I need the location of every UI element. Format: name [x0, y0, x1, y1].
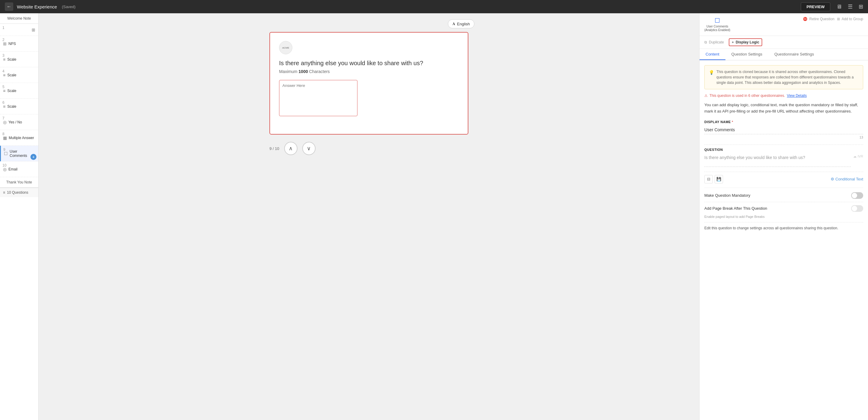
retire-icon: ⛔ — [803, 17, 807, 21]
display-name-label: DISPLAY NAME * — [704, 120, 863, 124]
nav-down-button[interactable]: ∨ — [302, 142, 315, 155]
panel-top-actions: ☐ User Comments(Analytics Enabled) ⛔ Ret… — [700, 13, 868, 36]
nav-bar: 9 / 10 ∧ ∨ — [270, 142, 468, 155]
thank-you-note-item[interactable]: Thank You Note — [0, 177, 38, 188]
page-break-toggle[interactable] — [851, 205, 863, 212]
footer-label: 10 Questions — [7, 190, 28, 195]
make-mandatory-toggle[interactable] — [851, 192, 863, 199]
share-icon[interactable]: ⊞ — [859, 3, 863, 10]
footer-icon: ≡ — [3, 190, 5, 195]
nav-count: 9 / 10 — [270, 146, 279, 151]
sidebar-item-nps[interactable]: 2 ⊞ NPS — [0, 36, 38, 52]
lang-label: English — [457, 22, 470, 26]
tab-questionnaire-settings[interactable]: Questionnaire Settings — [768, 49, 820, 60]
conditional-text-icon: ⚙ — [831, 177, 834, 181]
nav-up-button[interactable]: ∧ — [284, 142, 298, 155]
ivr-badge: ☁ IVR — [853, 155, 863, 159]
ivr-icon: ☁ — [853, 155, 857, 159]
canvas-area: 𝐀 English ACME Is there anything else yo… — [38, 13, 699, 420]
description-text: You can add display logic, conditional t… — [704, 102, 863, 115]
add-to-group-action[interactable]: ⊞ Add to Group — [837, 17, 863, 21]
sidebar-item-scale-3[interactable]: 3 ≡ Scale — [0, 52, 38, 67]
retire-question-action[interactable]: ⛔ Retire Question — [803, 17, 834, 21]
display-logic-icon: ⌖ — [732, 40, 734, 44]
tab-question-settings[interactable]: Question Settings — [725, 49, 769, 60]
language-button[interactable]: 𝐀 English — [448, 19, 474, 28]
widget-label: User Comments(Analytics Enabled) — [704, 25, 730, 32]
add-item-button[interactable]: + — [30, 154, 36, 160]
sidebar-item-email[interactable]: 10 ◎ Email — [0, 162, 38, 177]
view-details-link[interactable]: View Details — [787, 93, 807, 98]
saved-label: (Saved) — [62, 4, 76, 9]
edit-note: Edit this question to change settings ac… — [704, 225, 863, 231]
monitor-icon[interactable]: 🖥 — [836, 4, 842, 10]
sidebar-item-scale-4[interactable]: 4 ≡ Scale — [0, 67, 38, 83]
question-textarea[interactable]: Is there anything else you would like to… — [704, 153, 851, 167]
conditional-icons: ⊟ 💾 — [704, 175, 723, 184]
sidebar-item-multiple-answer[interactable]: 8 ▦ Multiple Answer — [0, 130, 38, 146]
welcome-note-item[interactable]: Welcome Note — [0, 13, 38, 24]
used-in-text: This question is used in 6 other questio… — [710, 93, 785, 98]
sidebar-item-scale-6[interactable]: 6 ≡ Scale — [0, 99, 38, 114]
user-comments-widget: ☐ User Comments(Analytics Enabled) — [704, 17, 730, 32]
cond-icon-2[interactable]: 💾 — [715, 175, 723, 184]
display-logic-action[interactable]: ⌖ Display Logic — [729, 38, 762, 46]
lang-icon: 𝐀 — [453, 22, 455, 26]
warning-icon: ⚠ — [704, 93, 708, 98]
question-label: QUESTION — [704, 148, 863, 151]
sidebar-item-scale-5[interactable]: 5 ≡ Scale — [0, 83, 38, 99]
duplicate-action[interactable]: ⧉ Duplicate — [704, 40, 724, 44]
conditional-text-row: ⊟ 💾 ⚙ Conditional Text — [704, 175, 863, 188]
panel-body: 💡 This question is cloned because it is … — [700, 60, 868, 420]
page-break-sub: Enable paged layout to add Page Breaks — [704, 215, 863, 219]
right-panel: ☐ User Comments(Analytics Enabled) ⛔ Ret… — [699, 13, 868, 420]
conditional-text-button[interactable]: ⚙ Conditional Text — [831, 177, 863, 181]
display-name-input[interactable] — [704, 125, 863, 134]
duplicate-icon: ⧉ — [704, 40, 707, 44]
question-card: ACME Is there anything else you would li… — [270, 32, 468, 135]
tab-content[interactable]: Content — [700, 49, 725, 60]
preview-button[interactable]: PREVIEW — [801, 2, 830, 11]
panel-tabs: Content Question Settings Questionnaire … — [700, 49, 868, 60]
cond-icon-1[interactable]: ⊟ — [704, 175, 713, 184]
clone-notice-text: This question is cloned because it is sh… — [716, 69, 859, 85]
widget-icon: ☐ — [715, 17, 720, 24]
display-name-char-count: 13 — [704, 136, 863, 139]
question-text: Is there anything else you would like to… — [279, 60, 459, 67]
sidebar-item-user-comments[interactable]: 9 ☐ User Comments + — [0, 146, 38, 162]
display-name-section: DISPLAY NAME * 13 — [704, 120, 863, 139]
menu-icon[interactable]: ☰ — [848, 3, 852, 10]
used-in-notice: ⚠ This question is used in 6 other quest… — [704, 93, 863, 98]
required-star: * — [732, 120, 733, 124]
make-mandatory-label: Make Question Mandatory — [704, 193, 750, 198]
sidebar-item-1[interactable]: 1 ⊞ — [0, 24, 38, 36]
sidebar-item-yesno[interactable]: 7 ◎ Yes / No — [0, 114, 38, 130]
page-break-row: Add Page Break After This Question Enabl… — [704, 205, 863, 219]
make-mandatory-row: Make Question Mandatory — [704, 192, 863, 199]
sidebar-footer: ≡ 10 Questions — [0, 188, 38, 197]
answer-textarea[interactable] — [279, 80, 358, 116]
question-hint: Maximum 1000 Characters — [279, 69, 459, 74]
app-title: Website Experience — [17, 4, 57, 9]
page-break-label: Add Page Break After This Question — [704, 206, 767, 211]
question-section: QUESTION Is there anything else you woul… — [704, 148, 863, 167]
sidebar: Welcome Note 1 ⊞ 2 ⊞ NPS 3 ≡ Scale 4 ≡ S… — [0, 13, 38, 420]
brand-logo: ACME — [279, 41, 292, 54]
clone-notice: 💡 This question is cloned because it is … — [704, 65, 863, 89]
item-1-icon: ⊞ — [32, 27, 35, 32]
clone-notice-icon: 💡 — [709, 69, 714, 85]
topbar: ← Website Experience (Saved) PREVIEW 🖥 ☰… — [0, 0, 868, 13]
add-to-group-icon: ⊞ — [837, 17, 840, 21]
back-button[interactable]: ← — [5, 2, 13, 11]
